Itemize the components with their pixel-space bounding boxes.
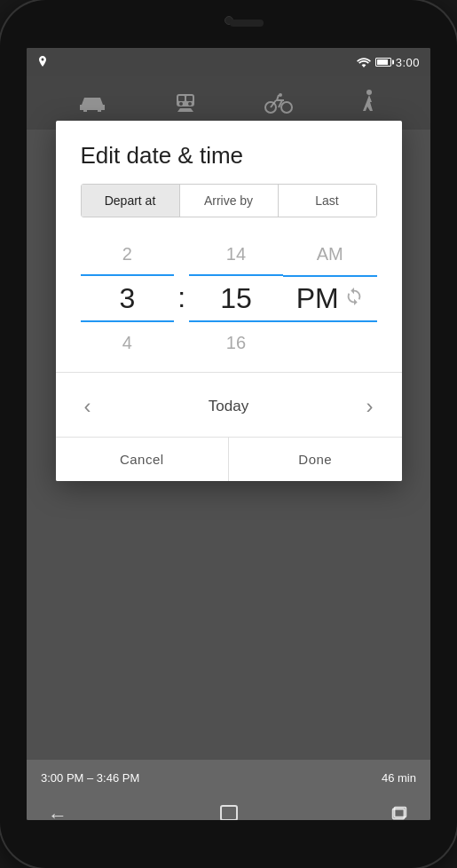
prev-date-button[interactable]: ‹ (74, 391, 102, 422)
status-bar: 3:00 (27, 48, 430, 76)
dialog-actions: Cancel Done (56, 437, 402, 481)
minute-above: 14 (226, 235, 246, 274)
minute-column[interactable]: 14 15 16 (189, 235, 283, 361)
ampm-current-row: PM (283, 275, 377, 322)
dialog-overlay: Edit date & time Depart at Arrive by Las… (27, 76, 430, 820)
hour-above: 2 (122, 235, 132, 274)
nav-buttons-bar: ← (27, 795, 430, 820)
hour-column[interactable]: 2 3 4 (81, 235, 175, 361)
refresh-icon[interactable] (344, 287, 364, 311)
cancel-button[interactable]: Cancel (56, 438, 230, 481)
dialog-title: Edit date & time (56, 121, 402, 184)
back-button[interactable]: ← (48, 804, 67, 820)
edit-datetime-dialog: Edit date & time Depart at Arrive by Las… (56, 121, 402, 481)
wifi-icon (357, 57, 371, 67)
home-button[interactable] (218, 803, 240, 820)
tab-last[interactable]: Last (279, 185, 376, 217)
status-icons: 3:00 (357, 56, 420, 69)
recents-button[interactable] (390, 804, 409, 821)
duration: 46 min (382, 771, 416, 785)
battery-icon (375, 58, 391, 67)
bottom-bar: 3:00 PM – 3:46 PM 46 min (27, 760, 430, 795)
speaker (230, 20, 264, 27)
tab-row: Depart at Arrive by Last (81, 184, 377, 217)
location-icon (37, 56, 48, 68)
tab-depart-at[interactable]: Depart at (82, 185, 180, 217)
minute-current: 15 (189, 274, 283, 322)
date-nav: ‹ Today › (56, 383, 402, 437)
ampm-above: AM (317, 236, 343, 275)
tab-arrive-by[interactable]: Arrive by (180, 185, 279, 217)
ampm-current: PM (296, 282, 339, 315)
hour-current: 3 (81, 274, 175, 322)
date-label: Today (209, 398, 248, 415)
app-background: Edit date & time Depart at Arrive by Las… (27, 76, 430, 820)
time-colon: : (174, 281, 189, 321)
hour-below: 4 (122, 322, 132, 361)
time-range: 3:00 PM – 3:46 PM (41, 771, 139, 785)
time-picker: 2 3 4 : 14 15 16 (56, 235, 402, 361)
phone-screen: 3:00 (27, 48, 430, 820)
minute-below: 16 (226, 322, 246, 361)
svg-rect-9 (221, 806, 237, 820)
divider (56, 372, 402, 373)
status-time: 3:00 (396, 56, 420, 69)
ampm-column[interactable]: AM PM (283, 236, 377, 361)
done-button[interactable]: Done (229, 438, 402, 481)
phone-frame: 3:00 (0, 0, 457, 868)
next-date-button[interactable]: › (356, 391, 384, 422)
